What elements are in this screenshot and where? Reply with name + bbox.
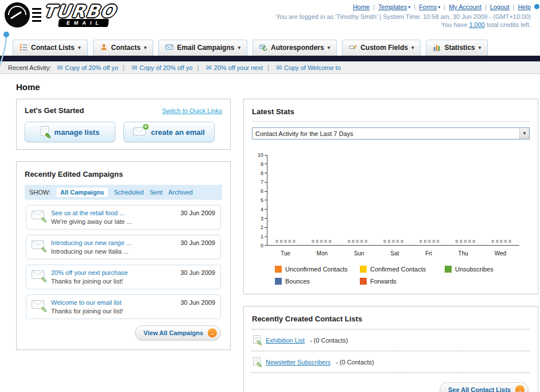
campaign-title-link[interactable]: 20% off your next purchase (51, 269, 128, 276)
campaign-title-link[interactable]: Welcome to our email list (51, 299, 123, 306)
filter-sent[interactable]: Sent (149, 189, 162, 196)
latest-stats-title: Latest Stats (252, 107, 294, 116)
chart-y-tick: 2 (252, 224, 267, 230)
custom-fields-icon (349, 43, 357, 53)
contact-list-link[interactable]: Newsletter Subscribers (266, 359, 331, 366)
legend-swatch (275, 278, 282, 285)
nav-tab-label: Custom Fields (360, 44, 408, 52)
campaign-row: ✎ See us at the retail food ... We're gi… (26, 205, 221, 230)
chart-plot-area: 00000000000000000000000000000000000 (267, 155, 519, 246)
nav-tab-contact-lists[interactable]: Contact Lists ▾ (13, 40, 88, 56)
chart-data-label: 0 (397, 239, 399, 244)
email-campaigns-icon (165, 43, 173, 53)
filter-scheduled[interactable]: Scheduled (114, 189, 143, 196)
stats-period-select[interactable]: Contact Activity for the Last 7 Days ▼ (252, 127, 530, 139)
chart-y-tick: 3 (252, 216, 267, 222)
nav-tab-label: Email Campaigns (177, 44, 234, 52)
page: TURBO EMAIL Home Templates▾ Forms▾ My Ac… (0, 0, 540, 392)
top-link-forms[interactable]: Forms▾ (410, 3, 440, 10)
nav-tab-label: Statistics (444, 44, 475, 52)
manage-lists-button[interactable]: ✎ manage lists (25, 122, 115, 142)
campaign-title-link[interactable]: Introducing our new range ... (51, 239, 131, 246)
chart-value-group: 00000 (383, 239, 403, 244)
recent-contact-lists-title: Recently Created Contact Lists (252, 315, 362, 323)
chart-x-tick-label: Tue (281, 250, 290, 257)
recent-activity-item[interactable]: ✉Copy of 20% off yo (57, 64, 118, 71)
top-link-templates[interactable]: Templates▾ (370, 3, 410, 10)
create-email-button[interactable]: + create an email (123, 122, 215, 142)
create-email-label: create an email (151, 128, 205, 137)
chart-data-label: 0 (348, 239, 350, 244)
filter-all-campaigns[interactable]: All Campaigns (56, 188, 108, 197)
recent-contact-lists-panel: Recently Created Contact Lists ✎ Exhibit… (243, 306, 538, 392)
recent-activity-item[interactable]: ✉Copy of Welcome to (263, 64, 341, 71)
see-all-contact-lists-label: See All Contact Lists (448, 386, 511, 392)
campaign-date: 30 Jun 2009 (180, 209, 215, 216)
chart-data-label: 0 (464, 239, 467, 244)
campaign-subtitle: We're giving away our late ... (51, 218, 132, 225)
chart-data-label: 0 (504, 239, 507, 244)
chart-legend: Unconfirmed ContactsConfirmed ContactsUn… (275, 266, 530, 285)
recent-activity-item[interactable]: ✉20% off your next (193, 64, 263, 71)
contact-list-link[interactable]: Exhibition List (266, 337, 305, 344)
envelope-icon: ✉ (276, 64, 282, 71)
chart-data-label: 0 (360, 239, 363, 244)
legend-item: Confirmed Contacts (360, 266, 445, 273)
switch-quick-links-link[interactable]: Switch to Quick Links (162, 107, 222, 114)
page-title: Home (16, 82, 524, 92)
chart-data-label: 0 (424, 239, 426, 244)
filter-archived[interactable]: Archived (168, 189, 193, 196)
chart-x-tick-label: Sun (354, 250, 364, 257)
chart-data-label: 0 (508, 239, 511, 244)
chart-data-label: 0 (460, 239, 462, 244)
get-started-title: Let's Get Started (25, 106, 84, 115)
nav-tab-contacts[interactable]: Contacts ▾ (93, 40, 154, 56)
chart-data-label: 0 (473, 239, 475, 244)
envelope-icon: ✉ (131, 64, 137, 71)
credits-amount-link[interactable]: 1,000 (469, 21, 485, 28)
nav-tab-custom-fields[interactable]: Custom Fields ▾ (342, 40, 421, 56)
list-edit-icon: ✎ (253, 357, 261, 367)
chevron-down-icon: ▾ (144, 45, 147, 51)
autoresponders-icon (259, 43, 267, 53)
email-edit-icon: ✎ (32, 209, 45, 222)
nav-tab-statistics[interactable]: Statistics ▾ (426, 40, 488, 56)
app-logo: TURBO EMAIL (5, 2, 154, 28)
contact-list-row: ✎ Exhibition List - (0 Contacts) (252, 329, 530, 351)
credits-suffix: total credits left. (485, 21, 531, 28)
legend-label: Unconfirmed Contacts (285, 266, 348, 273)
recent-activity-item[interactable]: ✉Copy of 20% off yo (118, 64, 193, 71)
chart-data-label: 0 (316, 239, 318, 244)
recent-campaigns-title: Recently Edited Campaigns (25, 170, 123, 178)
chevron-down-icon: ▾ (411, 45, 414, 51)
top-link-logout[interactable]: Logout (481, 3, 510, 10)
nav-tab-email-campaigns[interactable]: Email Campaigns ▾ (158, 40, 247, 56)
chart-value-group: 00000 (491, 239, 511, 244)
chevron-down-icon: ▾ (238, 45, 240, 51)
top-link-home[interactable]: Home (353, 3, 370, 10)
credits-prefix: You have (441, 21, 469, 28)
campaign-title-link[interactable]: See us at the retail food ... (51, 209, 132, 216)
manage-lists-label: manage lists (55, 128, 100, 137)
legend-label: Forwards (370, 278, 397, 285)
legend-label: Confirmed Contacts (370, 266, 426, 273)
top-link-help[interactable]: Help (510, 3, 531, 10)
chart-data-label: 0 (428, 239, 430, 244)
chart-data-label: 0 (293, 239, 295, 244)
header-meta: Home Templates▾ Forms▾ My Account Logout… (276, 3, 531, 28)
top-link-my-account[interactable]: My Account (440, 3, 481, 10)
list-edit-icon: ✎ (253, 335, 261, 345)
nav-tab-label: Autoresponders (271, 44, 324, 52)
envelope-icon: ✉ (57, 64, 63, 71)
nav-tab-label: Contacts (111, 44, 141, 52)
campaign-date: 30 Jun 2009 (180, 269, 215, 276)
view-all-campaigns-button[interactable]: View All Campaigns → (135, 325, 221, 340)
contact-lists-icon (20, 43, 28, 53)
chart-value-group: 00000 (275, 239, 295, 244)
nav-tab-autoresponders[interactable]: Autoresponders ▾ (252, 40, 337, 56)
main-content: Home Let's Get Started Switch to Quick L… (0, 74, 540, 392)
see-all-contact-lists-button[interactable]: See All Contact Lists → (440, 382, 529, 392)
legend-item: Unconfirmed Contacts (275, 266, 360, 273)
chart-data-label: 0 (392, 239, 394, 244)
legend-label: Unsubscribes (455, 266, 494, 273)
